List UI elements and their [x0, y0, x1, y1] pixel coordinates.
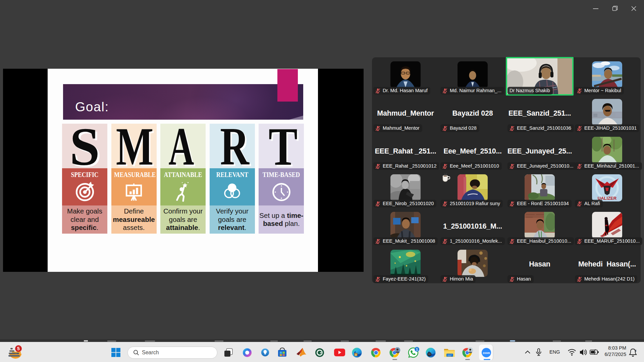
svg-text:1: 1: [416, 347, 418, 351]
svg-text:z: z: [635, 349, 637, 352]
svg-text:5: 5: [17, 346, 20, 351]
svg-text:zoom: zoom: [483, 352, 490, 355]
